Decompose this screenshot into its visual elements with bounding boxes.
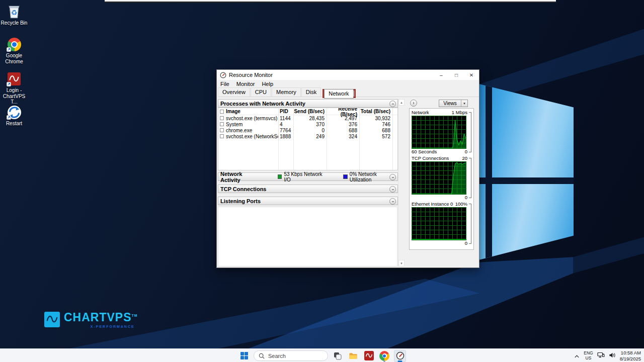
recycle-bin-icon: ♻ [7, 4, 21, 19]
column-total[interactable]: Total (B/sec) [359, 109, 392, 114]
table-row[interactable]: svchost.exe (termsvcs) 1144 28,435 2,497… [218, 115, 397, 121]
shortcut-arrow-icon [7, 82, 11, 86]
search-input[interactable]: Search [254, 350, 328, 361]
row-checkbox[interactable] [220, 116, 224, 120]
row-checkbox[interactable] [220, 134, 224, 138]
graph-x-label: 60 Seconds [412, 149, 437, 155]
desktop-icon-restart[interactable]: Restart [0, 105, 28, 127]
scroll-down-arrow[interactable]: ▼ [398, 260, 405, 266]
clock[interactable]: 10:58 AM 8/19/2025 [620, 350, 641, 362]
expand-chevron-down-icon[interactable] [389, 186, 396, 193]
volume-tray-icon[interactable] [609, 351, 616, 360]
network-activity-section-header[interactable]: Network Activity 53 Kbps Network I/O 0% … [218, 172, 398, 181]
graph-min-label: 0 [465, 195, 467, 201]
graph-min-label: 0 [465, 240, 467, 247]
file-explorer-button[interactable] [347, 350, 359, 362]
minimize-button[interactable]: – [434, 70, 449, 80]
desktop-icon-google-chrome[interactable]: Google Chrome [0, 37, 28, 64]
tcp-connections-graph: TCP Connections 20 0 [412, 155, 472, 201]
scale-bracket [469, 158, 471, 198]
network-tab-annotation-box: Network [323, 89, 355, 98]
tab-overview[interactable]: Overview [218, 87, 250, 97]
cell-total: 746 [359, 122, 392, 127]
cell-total: 30,932 [359, 116, 392, 121]
expand-graphs-chevron-right-icon[interactable] [410, 100, 417, 107]
expand-chevron-down-icon[interactable] [389, 174, 396, 180]
desktop-icon-login-chartvps[interactable]: Login - ChartVPS T... [0, 71, 28, 105]
views-dropdown-arrow-icon[interactable]: ▼ [461, 100, 467, 107]
tray-expand-chevron[interactable] [574, 351, 580, 360]
empty-content-area [218, 207, 397, 266]
maximize-button[interactable]: □ [449, 70, 464, 80]
column-pid[interactable]: PID [278, 109, 293, 114]
cell-image: System [226, 122, 243, 127]
graph-title: TCP Connections [412, 155, 449, 161]
tcp-connections-section-header[interactable]: TCP Connections [218, 185, 398, 193]
menu-bar: File Monitor Help [217, 80, 479, 87]
select-all-checkbox[interactable] [220, 110, 224, 114]
column-image[interactable]: Image [226, 109, 240, 114]
cell-image: svchost.exe (termsvcs) [226, 116, 277, 121]
windows-start-icon [240, 352, 248, 359]
collapse-chevron-up-icon[interactable] [389, 101, 396, 107]
expand-chevron-down-icon[interactable] [389, 198, 396, 205]
table-row[interactable]: chrome.exe 7764 0 688 688 [218, 127, 397, 133]
title-bar[interactable]: Resource Monitor – □ ✕ [217, 70, 479, 80]
menu-help[interactable]: Help [258, 81, 277, 87]
views-dropdown[interactable]: Views ▼ [439, 100, 468, 107]
processes-section-header[interactable]: Processes with Network Activity [218, 99, 398, 108]
scroll-up-arrow[interactable]: ▲ [398, 99, 405, 106]
chartvps-app-button[interactable] [363, 350, 375, 362]
tab-cpu[interactable]: CPU [251, 87, 271, 97]
listening-ports-title: Listening Ports [220, 198, 261, 204]
network-io-legend-swatch [278, 174, 282, 179]
search-icon [259, 353, 265, 359]
column-send[interactable]: Send (B/sec) [293, 109, 327, 114]
scale-bracket [469, 204, 471, 244]
ethernet-graph-canvas [412, 207, 466, 240]
table-header-row[interactable]: Image PID Send (B/sec) Receive (B/sec) T… [218, 108, 397, 115]
row-checkbox[interactable] [220, 128, 224, 132]
row-checkbox[interactable] [220, 122, 224, 126]
tab-network[interactable]: Network [324, 89, 353, 99]
table-row[interactable]: System 4 370 376 746 [218, 121, 397, 127]
tab-memory[interactable]: Memory [272, 87, 301, 97]
cell-receive: 688 [327, 128, 359, 133]
desktop-icon-recycle-bin[interactable]: ♻ Recycle Bin [0, 4, 28, 26]
processes-table[interactable]: Image PID Send (B/sec) Receive (B/sec) T… [218, 108, 398, 170]
taskbar: Search [0, 348, 644, 362]
cell-pid: 7764 [278, 128, 293, 133]
chrome-app-button[interactable] [378, 350, 390, 362]
desktop-icon-label: Restart [6, 121, 22, 127]
start-button[interactable] [238, 350, 250, 362]
menu-file[interactable]: File [217, 81, 233, 87]
table-row[interactable]: svchost.exe (NetworkService... 1888 249 … [218, 133, 397, 139]
network-io-legend-label: 53 Kbps Network I/O [284, 171, 328, 183]
desktop[interactable]: ♻ Recycle Bin Google Chrome Login - Char… [0, 0, 644, 362]
resource-monitor-window: Resource Monitor – □ ✕ File Monitor Help… [216, 69, 479, 268]
watermark-tm: TM [132, 314, 138, 317]
watermark-brand: CHARTVPS [64, 311, 132, 324]
scale-bracket [469, 112, 471, 152]
network-tray-icon[interactable] [597, 351, 605, 360]
cell-send: 28,435 [293, 116, 327, 121]
cell-pid: 1144 [278, 116, 293, 121]
close-button[interactable]: ✕ [464, 70, 479, 80]
resource-monitor-icon [220, 72, 226, 78]
resource-monitor-icon [396, 351, 405, 360]
wallpaper-windows-logo [477, 83, 574, 260]
menu-monitor[interactable]: Monitor [233, 81, 259, 87]
shortcut-arrow-icon [7, 47, 11, 52]
listening-ports-section-header[interactable]: Listening Ports [218, 197, 398, 205]
tab-bar: Overview CPU Memory Disk Network [218, 87, 479, 97]
vertical-scrollbar[interactable]: ▲ ▼ [398, 99, 404, 266]
resource-monitor-app-button[interactable] [394, 350, 406, 362]
cell-pid: 4 [278, 122, 293, 127]
active-window-indicator [398, 360, 403, 362]
network-graph-canvas [412, 116, 466, 149]
svg-text:♻: ♻ [11, 9, 17, 17]
graphs-panel: Network 1 Mbps 60 Seconds 0 TCP Connecti… [409, 108, 474, 250]
task-view-button[interactable] [332, 350, 344, 362]
language-indicator[interactable]: ENG US [584, 351, 593, 361]
tab-disk[interactable]: Disk [301, 87, 321, 97]
